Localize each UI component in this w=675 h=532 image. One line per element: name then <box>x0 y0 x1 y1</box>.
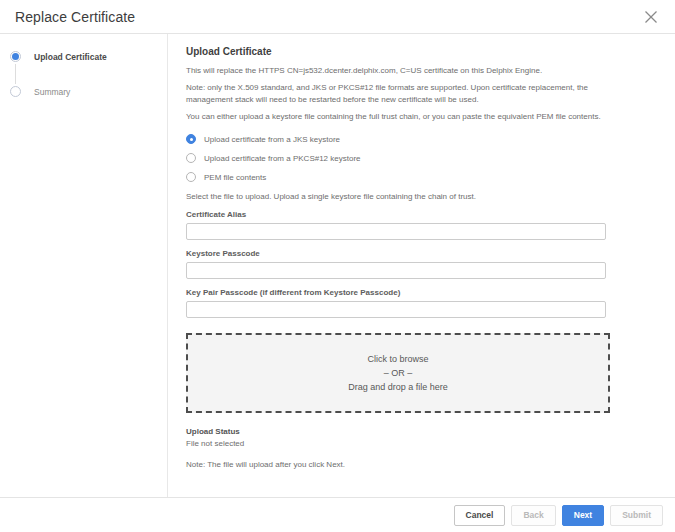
step-connector-line <box>15 64 16 84</box>
step-label: Summary <box>34 87 70 97</box>
keystore-passcode-input[interactable] <box>186 262 606 279</box>
keystore-passcode-label: Keystore Passcode <box>186 249 657 258</box>
alternative-text: You can either upload a keystore file co… <box>186 111 606 123</box>
file-instruction-text: Select the file to upload. Upload a sing… <box>186 191 606 203</box>
radio-pem-contents[interactable]: PEM file contents <box>186 172 657 182</box>
radio-label: Upload certificate from a JKS keystore <box>204 135 340 144</box>
radio-selected-icon <box>186 134 196 144</box>
radio-unselected-icon <box>186 172 196 182</box>
dropzone-browse-text: Click to browse <box>367 352 428 366</box>
certificate-alias-group: Certificate Alias <box>186 210 657 240</box>
step-summary[interactable]: Summary <box>10 86 167 97</box>
content-heading: Upload Certificate <box>186 46 657 57</box>
radio-jks-keystore[interactable]: Upload certificate from a JKS keystore <box>186 134 657 144</box>
radio-unselected-icon <box>186 153 196 163</box>
back-button[interactable]: Back <box>511 505 555 526</box>
keystore-passcode-group: Keystore Passcode <box>186 249 657 279</box>
dialog-header: Replace Certificate <box>0 0 675 34</box>
dropzone-drag-text: Drag and drop a file here <box>348 380 448 394</box>
dialog-footer: Cancel Back Next Submit <box>0 497 675 532</box>
keypair-passcode-input[interactable] <box>186 301 606 318</box>
step-label: Upload Certificate <box>34 52 107 62</box>
upload-footer-note: Note: The file will upload after you cli… <box>186 460 657 469</box>
next-button[interactable]: Next <box>562 505 604 526</box>
step-active-dot-icon <box>10 51 21 62</box>
dialog-body: Upload Certificate Summary Upload Certif… <box>0 34 675 497</box>
radio-label: Upload certificate from a PKCS#12 keysto… <box>204 154 361 163</box>
upload-type-radio-group: Upload certificate from a JKS keystore U… <box>186 134 657 182</box>
certificate-alias-label: Certificate Alias <box>186 210 657 219</box>
keypair-passcode-label: Key Pair Passcode (if different from Key… <box>186 288 657 297</box>
dialog-title: Replace Certificate <box>15 9 135 25</box>
upload-status: Upload Status File not selected <box>186 427 657 448</box>
upload-status-value: File not selected <box>186 439 657 448</box>
step-pending-dot-icon <box>10 86 21 97</box>
radio-pkcs12-keystore[interactable]: Upload certificate from a PKCS#12 keysto… <box>186 153 657 163</box>
dropzone-or-text: – OR – <box>384 366 413 380</box>
file-drop-zone[interactable]: Click to browse – OR – Drag and drop a f… <box>186 333 610 413</box>
intro-text: This will replace the HTTPS CN=js532.dce… <box>186 65 606 77</box>
certificate-alias-input[interactable] <box>186 223 606 240</box>
cancel-button[interactable]: Cancel <box>454 505 506 526</box>
step-upload-certificate[interactable]: Upload Certificate <box>10 51 167 62</box>
radio-label: PEM file contents <box>204 173 266 182</box>
format-note-text: Note: only the X.509 standard, and JKS o… <box>186 82 606 106</box>
close-x-glyph <box>644 10 658 24</box>
submit-button[interactable]: Submit <box>610 505 663 526</box>
main-content: Upload Certificate This will replace the… <box>168 34 675 497</box>
keypair-passcode-group: Key Pair Passcode (if different from Key… <box>186 288 657 318</box>
close-icon[interactable] <box>642 8 660 26</box>
wizard-steps-sidebar: Upload Certificate Summary <box>0 34 168 497</box>
upload-status-label: Upload Status <box>186 427 657 436</box>
